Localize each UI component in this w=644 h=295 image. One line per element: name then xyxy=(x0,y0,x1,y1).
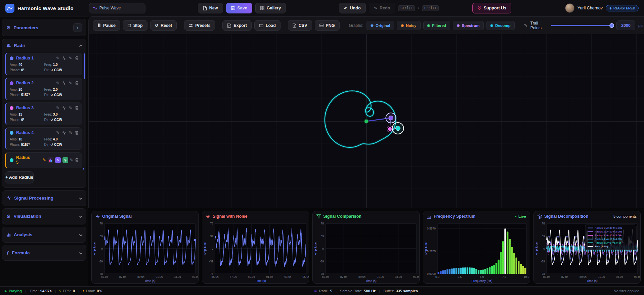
freq-value: 3.0 xyxy=(53,113,58,116)
noisy-signal-chart: 78390-39-7885.0s87.0s89.0s91.0s93.0s95.0… xyxy=(202,221,309,283)
svg-text:0: 0 xyxy=(101,247,103,250)
epicycle-canvas[interactable] xyxy=(88,34,644,208)
fps-value: 0 xyxy=(73,289,75,293)
graph-toggle-original[interactable]: ◉Original xyxy=(367,21,394,30)
undo-button[interactable]: ↶ Undo xyxy=(339,3,366,13)
avatar[interactable] xyxy=(565,3,574,13)
sidebar-item-formula[interactable]: ƒ Formula xyxy=(2,245,86,261)
radius-card-5[interactable]: Radius 5 ✎ ✎ ✎ xyxy=(5,152,82,168)
wave-toggle-icon[interactable] xyxy=(62,157,68,163)
wave-toggle-icon[interactable] xyxy=(62,56,66,60)
graph-toggle-decomp[interactable]: ◉Decomp xyxy=(486,21,515,30)
chevron-down-icon xyxy=(79,215,83,218)
svg-text:Radius 5: A=8 f=5.0Hz: Radius 5: A=8 f=5.0Hz xyxy=(595,241,621,244)
png-button[interactable]: PNG xyxy=(315,20,340,31)
sidebar-item-analysis[interactable]: Analysis xyxy=(2,227,86,243)
svg-text:Time (s): Time (s) xyxy=(255,279,266,283)
project-name-input[interactable] xyxy=(99,6,136,10)
slider-thumb[interactable] xyxy=(609,23,614,28)
csv-button[interactable]: CSV xyxy=(288,20,312,31)
wave-toggle-icon[interactable] xyxy=(62,131,66,135)
edit-icon[interactable]: ✎ xyxy=(56,106,59,110)
stop-icon xyxy=(128,24,131,27)
dir-value: CCW xyxy=(54,93,62,97)
original-signal-chart: 78390-39-7885.0s87.0s89.0s91.0s93.0s95.0… xyxy=(92,221,198,283)
mini-chart-icon[interactable] xyxy=(48,157,53,163)
svg-text:-39: -39 xyxy=(541,260,545,263)
edit-icon[interactable]: ✎ xyxy=(56,81,59,85)
sidebar-item-visualization[interactable]: ⚙ Visualization xyxy=(2,208,86,224)
radius-card-2[interactable]: Radius 2 ✎ ✎ Amp: 20 Freq: 2.0 Phase xyxy=(5,78,82,100)
pen-icon[interactable]: ✎ xyxy=(69,56,72,60)
wave-toggle-icon[interactable] xyxy=(62,81,66,85)
edit-icon[interactable]: ✎ xyxy=(56,56,59,60)
trash-icon[interactable] xyxy=(75,56,79,60)
registered-badge: REGISTERED xyxy=(606,5,639,11)
sample-rate-label: Sample Rate: xyxy=(340,289,362,293)
sidebar-collapse-button[interactable]: ‹ xyxy=(73,23,82,32)
radii-scrollbar[interactable]: ▼ xyxy=(84,53,85,164)
pen-icon[interactable]: ✎ xyxy=(70,158,73,162)
parameters-title: Parameters xyxy=(14,25,39,30)
presets-label: Presets xyxy=(195,23,210,28)
amp-value: 40 xyxy=(18,63,22,67)
svg-text:85.0s: 85.0s xyxy=(212,275,219,279)
graph-toggle-noisy[interactable]: ◉Noisy xyxy=(397,21,420,30)
trash-icon[interactable] xyxy=(75,158,79,162)
redo-button[interactable]: ↷ Redo xyxy=(369,3,395,13)
trash-icon[interactable] xyxy=(75,106,79,110)
scrollbar-thumb[interactable] xyxy=(84,53,85,79)
trash-icon[interactable] xyxy=(75,131,79,135)
redo-label: Redo xyxy=(380,6,390,10)
pen-icon[interactable]: ✎ xyxy=(69,106,72,110)
pen-icon[interactable]: ✎ xyxy=(69,81,72,85)
export-button[interactable]: Export xyxy=(222,20,252,31)
trail-points-input[interactable] xyxy=(616,20,635,30)
add-radius-button[interactable]: + Add Radius xyxy=(5,171,34,183)
project-name-field[interactable] xyxy=(89,3,145,13)
radius-card-3[interactable]: Radius 3 ✎ ✎ Amp: 13 Freq: 3.0 Phase xyxy=(5,102,82,125)
pen-icon[interactable]: ✎ xyxy=(55,157,61,163)
svg-text:85.0s: 85.0s xyxy=(322,275,329,279)
radius-card-1[interactable]: Radius 1 ✎ ✎ Amp: 40 Freq: 1.0 Phase xyxy=(5,53,82,75)
bar-chart-icon xyxy=(6,233,11,237)
sidebar-item-signal-processing[interactable]: Signal Processing xyxy=(2,190,86,206)
radius-color-dot xyxy=(10,131,13,135)
image-icon xyxy=(319,24,324,27)
svg-text:39: 39 xyxy=(542,235,545,238)
pen-icon[interactable]: ✎ xyxy=(69,130,72,135)
pause-button[interactable]: Pause xyxy=(93,20,120,31)
svg-text:78: 78 xyxy=(321,222,324,225)
edit-icon[interactable]: ✎ xyxy=(43,158,46,162)
scroll-down-icon[interactable]: ▼ xyxy=(82,167,85,170)
support-us-button[interactable]: ♡ Support Us xyxy=(472,3,511,13)
dir-value: CCW xyxy=(54,118,62,122)
gallery-button[interactable]: Gallery xyxy=(255,3,286,13)
svg-text:0.5570: 0.5570 xyxy=(427,227,436,230)
csv-file-icon xyxy=(293,24,296,28)
amp-label: Amp: xyxy=(10,63,17,67)
radius-card-4[interactable]: Radius 4 ✎ ✎ Amp: 10 Freq: 4.0 Phase xyxy=(5,127,82,150)
stop-button[interactable]: Stop xyxy=(123,20,147,31)
radii-section-header[interactable]: Radii xyxy=(2,39,86,52)
dir-label: Dir: xyxy=(44,118,50,122)
reset-button[interactable]: ↺ Reset xyxy=(150,20,177,31)
gear-icon: ⚙ xyxy=(6,25,11,30)
chevron-down-icon xyxy=(79,196,83,200)
svg-text:93.0s: 93.0s xyxy=(174,275,181,279)
save-button[interactable]: Save xyxy=(226,3,252,13)
new-button[interactable]: New xyxy=(198,3,223,13)
panel-signal-with-noise: Signal with Noise 78390-39-7885.0s87.0s8… xyxy=(202,211,309,284)
phase-value: 0° xyxy=(21,68,25,72)
graph-toggle-spectrum[interactable]: ◉Spectrum xyxy=(453,21,484,30)
edit-icon[interactable]: ✎ xyxy=(56,130,59,135)
trash-icon[interactable] xyxy=(75,81,79,85)
section-label: Visualization xyxy=(14,214,41,219)
wave-toggle-icon[interactable] xyxy=(62,106,66,110)
presets-button[interactable]: Presets xyxy=(184,20,215,31)
load-button[interactable]: Load xyxy=(254,20,281,31)
rotate-ccw-icon: ↺ xyxy=(50,93,53,97)
graph-toggle-filtered[interactable]: ◉Filtered xyxy=(423,21,450,30)
top-bar: Harmonic Wave Studio New Save xyxy=(0,0,644,16)
trail-points-slider[interactable] xyxy=(551,23,613,28)
